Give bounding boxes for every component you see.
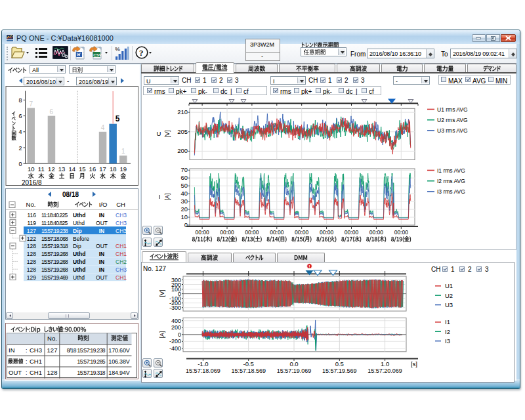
svg-text:[V]: [V] [159, 289, 165, 297]
svg-text:0.5: 0.5 [335, 360, 344, 368]
svg-text:15:57:18.569: 15:57:18.569 [231, 368, 266, 374]
svg-text:15:57:19.069: 15:57:19.069 [277, 368, 312, 374]
svg-text:15:57:20.069: 15:57:20.069 [368, 368, 402, 374]
svg-text:15:57:19.569: 15:57:19.569 [322, 368, 357, 374]
svg-text:U2: U2 [445, 292, 453, 299]
svg-text:[s]: [s] [411, 360, 417, 368]
svg-text:I1: I1 [445, 318, 450, 326]
svg-text:200: 200 [171, 324, 181, 331]
svg-text:-0.5: -0.5 [243, 360, 254, 368]
svg-text:U3: U3 [445, 301, 453, 308]
svg-text:0.0: 0.0 [289, 360, 298, 368]
svg-text:-200: -200 [169, 338, 181, 345]
svg-text:I3: I3 [445, 337, 450, 345]
svg-text:-300: -300 [169, 304, 181, 311]
svg-text:!: ! [308, 264, 310, 269]
svg-text:I2: I2 [445, 328, 450, 335]
svg-text:[A]: [A] [159, 331, 165, 338]
svg-text:-400: -400 [169, 345, 181, 352]
svg-text:-1.0: -1.0 [198, 360, 208, 368]
svg-text:1.0: 1.0 [381, 360, 389, 368]
svg-text:0: 0 [178, 331, 181, 338]
svg-text:15:57:18.069: 15:57:18.069 [186, 368, 220, 374]
svg-text:U1: U1 [445, 282, 453, 289]
svg-text:400: 400 [171, 318, 181, 324]
